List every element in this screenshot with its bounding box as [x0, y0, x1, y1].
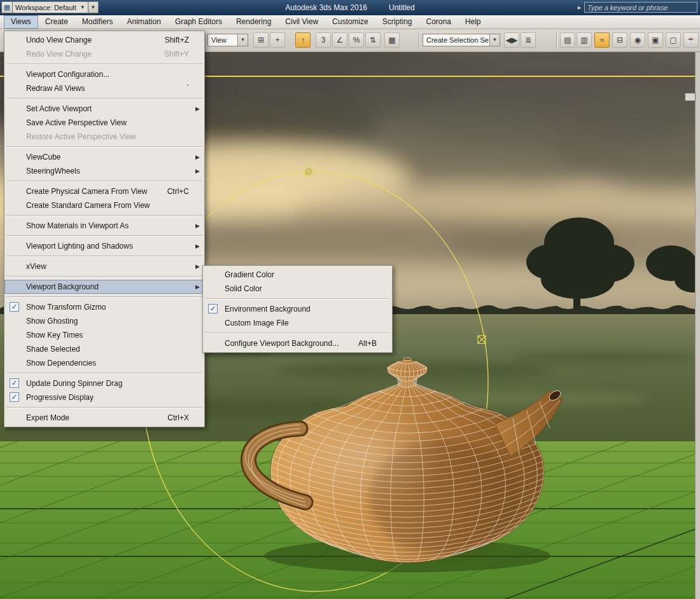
menu-item[interactable]: Set Active Viewport▶ [4, 102, 204, 116]
edit-named-selection-sets-icon[interactable]: ▦ [384, 32, 400, 48]
menu-separator [6, 407, 202, 408]
menu-item-label: Progressive Display [26, 393, 94, 402]
menubar-item-animation[interactable]: Animation [120, 15, 168, 29]
menu-item-label: Show Dependencies [26, 359, 96, 368]
app-menu-icon[interactable]: ▦ [1, 1, 13, 13]
menu-item-label: Restore Active Perspective View [26, 132, 136, 141]
submenu-arrow-icon: ▶ [195, 239, 200, 253]
menu-item[interactable]: Show Ghosting [4, 314, 204, 328]
menu-item-label: Show Transform Gizmo [26, 303, 106, 312]
render-setup-icon[interactable]: ▣ [648, 32, 663, 48]
menu-item[interactable]: Create Standard Camera From View [4, 198, 204, 212]
menubar-item-help[interactable]: Help [458, 15, 488, 29]
menu-item-label: Create Physical Camera From View [26, 187, 148, 196]
menu-item-label: Viewport Background [26, 282, 99, 291]
menu-item[interactable]: SteeringWheels▶ [4, 164, 204, 178]
menu-item[interactable]: Viewport Configuration... [4, 67, 204, 81]
material-editor-icon[interactable]: ◉ [630, 32, 645, 48]
workspace-selector[interactable]: ▦ Workspace: Default ▼ ▼ [1, 1, 99, 13]
schematic-view-icon[interactable]: ⊟ [612, 32, 627, 48]
app-title: Autodesk 3ds Max 2016 [285, 3, 367, 12]
menu-item[interactable]: Undo View ChangeShift+Z [4, 33, 204, 47]
menubar-item-create[interactable]: Create [38, 15, 75, 29]
angle-snap-icon[interactable]: ∠ [332, 32, 347, 48]
submenu-arrow-icon: ▶ [195, 280, 200, 294]
menu-separator [6, 215, 202, 216]
menu-item[interactable]: Create Physical Camera From ViewCtrl+C [4, 184, 204, 198]
use-center-icon[interactable]: ⊞ [253, 32, 269, 48]
menu-item[interactable]: Configure Viewport Background...Alt+B [203, 336, 392, 350]
reference-coordinate-combo[interactable]: View ▼ [207, 34, 248, 46]
spinner-snap-icon[interactable]: ⇅ [365, 32, 381, 48]
menu-item[interactable]: xView▶ [4, 259, 204, 273]
menu-item[interactable]: Restore Active Perspective View [4, 130, 204, 144]
workspace-dropdown-button[interactable]: ▼ [88, 1, 99, 13]
curve-editor-icon[interactable]: ≈ [594, 32, 610, 48]
workspace-combo[interactable]: Workspace: Default ▼ [13, 1, 88, 13]
search-collapse-icon[interactable]: ▸ [578, 4, 581, 11]
menu-item[interactable]: ✓Show Transform Gizmo [4, 300, 204, 314]
menu-item-label: Viewport Lighting and Shadows [26, 242, 133, 251]
menubar-item-rendering[interactable]: Rendering [229, 15, 278, 29]
named-selection-set-combo[interactable]: Create Selection Se ▼ [423, 34, 500, 46]
snap-toggle-3d-icon[interactable]: 3 [316, 32, 331, 48]
keyboard-shortcut-override-icon[interactable]: ↑ [295, 32, 311, 48]
checkmark-icon: ✓ [208, 304, 218, 313]
menu-item[interactable]: ✓Progressive Display [4, 390, 204, 404]
menu-item[interactable]: Shade Selected [4, 342, 204, 356]
menu-item-label: Custom Image File [225, 319, 289, 327]
menu-item[interactable]: Viewport Lighting and Shadows▶ [4, 239, 204, 253]
menu-item-label: Undo View Change [26, 36, 92, 45]
menu-item-label: Show Ghosting [26, 317, 78, 326]
menu-item[interactable]: Gradient Color [203, 268, 392, 282]
menubar-item-views[interactable]: Views [4, 15, 38, 29]
menubar-item-civil-view[interactable]: Civil View [278, 15, 325, 29]
menubar-item-customize[interactable]: Customize [325, 15, 375, 29]
menu-separator [6, 181, 202, 182]
chevron-down-icon: ▼ [237, 34, 248, 46]
menu-separator [6, 98, 202, 99]
menu-item[interactable]: Solid Color [203, 282, 392, 296]
command-panel-strip[interactable] [695, 52, 700, 599]
menubar-item-corona[interactable]: Corona [419, 15, 458, 29]
menu-item-label: Solid Color [225, 284, 262, 293]
checkmark-icon: ✓ [10, 378, 19, 388]
graphite-ribbon-icon[interactable]: ▥ [577, 32, 592, 48]
mirror-icon[interactable]: ◀▶ [504, 32, 519, 48]
rendered-frame-window-icon[interactable]: ▢ [666, 32, 681, 48]
menu-item[interactable]: Redo View ChangeShift+Y [4, 47, 204, 61]
menu-item[interactable]: ✓Environment Background [203, 302, 392, 316]
menu-item-label: ViewCube [26, 153, 60, 162]
viewport-tab-widget[interactable] [685, 93, 696, 101]
menubar-item-graph-editors[interactable]: Graph Editors [168, 15, 229, 29]
menu-separator [6, 276, 202, 277]
menu-item[interactable]: Save Active Perspective View [4, 116, 204, 130]
menu-item-shortcut: Shift+Y [164, 47, 189, 61]
menu-separator [6, 373, 202, 374]
menu-item-label: xView [26, 262, 46, 271]
menu-item[interactable]: Expert ModeCtrl+X [4, 411, 204, 425]
render-production-icon[interactable]: ☕ [683, 32, 699, 48]
menu-item-shortcut: ` [186, 81, 189, 95]
percent-snap-icon[interactable]: % [349, 32, 364, 48]
document-title: Untitled [389, 3, 415, 12]
menu-item[interactable]: Show Materials in Viewport As▶ [4, 219, 204, 233]
menu-item[interactable]: ✓Update During Spinner Drag [4, 376, 204, 390]
menu-item[interactable]: Custom Image File [203, 316, 392, 330]
menu-item[interactable]: Viewport Background▶ [4, 280, 204, 294]
menubar-item-modifiers[interactable]: Modifiers [75, 15, 120, 29]
menu-item-label: Update During Spinner Drag [26, 379, 122, 388]
menu-item[interactable]: Show Key Times [4, 328, 204, 342]
menu-item-label: SteeringWheels [26, 167, 80, 176]
menubar-item-scripting[interactable]: Scripting [375, 15, 419, 29]
layer-manager-icon[interactable]: ▤ [560, 32, 575, 48]
keyword-search-input[interactable] [584, 2, 697, 13]
menu-item[interactable]: ViewCube▶ [4, 150, 204, 164]
menu-item[interactable]: Show Dependencies [4, 356, 204, 370]
menu-item-shortcut: Alt+B [358, 336, 377, 350]
select-and-manipulate-icon[interactable]: + [270, 32, 285, 48]
menu-item-label: Show Key Times [26, 331, 83, 340]
menu-item[interactable]: Redraw All Views` [4, 81, 204, 95]
align-icon[interactable]: ≣ [521, 32, 536, 48]
views-menu: Undo View ChangeShift+ZRedo View ChangeS… [4, 31, 205, 427]
